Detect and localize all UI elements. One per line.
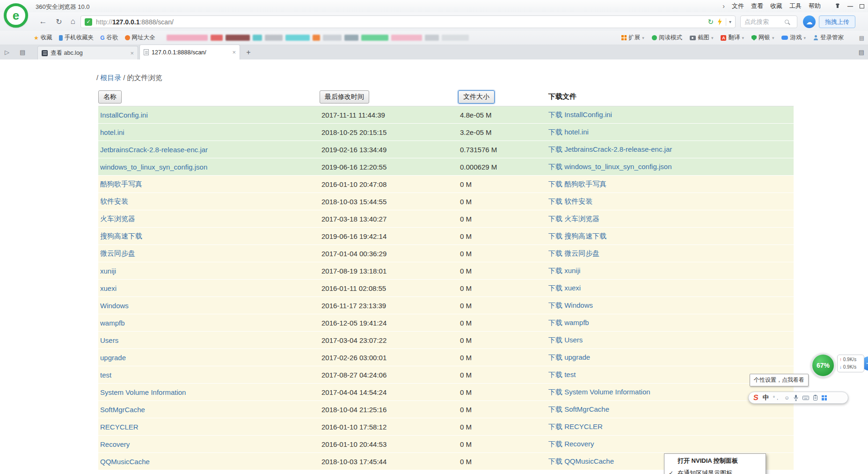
file-download-link[interactable]: 下载 Recovery bbox=[548, 440, 594, 448]
speed-ball[interactable]: 67% bbox=[811, 353, 835, 378]
cloud-icon[interactable]: ☁ bbox=[803, 15, 816, 28]
keyboard-icon[interactable] bbox=[802, 396, 809, 400]
tool-extensions[interactable]: 扩展 ▾ bbox=[621, 34, 644, 42]
file-name-link[interactable]: 软件安装 bbox=[100, 197, 128, 205]
file-download-link[interactable]: 下载 xuexi bbox=[548, 284, 581, 292]
close-tab-icon[interactable]: × bbox=[130, 50, 134, 57]
menu-file[interactable]: 文件 bbox=[732, 2, 744, 10]
menu-overflow-chevron-icon[interactable]: › bbox=[722, 2, 725, 10]
tool-reading-mode[interactable]: 阅读模式 bbox=[652, 34, 682, 42]
punctuation-mode-icon[interactable]: °， bbox=[773, 394, 780, 401]
file-download-link[interactable]: 下载 Windows bbox=[548, 301, 593, 309]
censored-favicon[interactable] bbox=[323, 35, 342, 41]
censored-favicon[interactable] bbox=[226, 35, 250, 41]
file-name-link[interactable]: wampfb bbox=[100, 319, 125, 327]
microphone-icon[interactable] bbox=[794, 395, 798, 401]
ime-language-mode[interactable]: 中 bbox=[763, 393, 769, 402]
lightning-icon[interactable] bbox=[717, 18, 722, 25]
censored-favicon[interactable] bbox=[253, 35, 262, 41]
file-download-link[interactable]: 下载 InstallConfig.ini bbox=[548, 111, 612, 118]
file-download-link[interactable]: 下载 upgrade bbox=[548, 353, 590, 361]
censored-favicon[interactable] bbox=[265, 35, 283, 41]
tool-login-manager[interactable]: 登录管家 bbox=[813, 34, 844, 42]
breadcrumb-root-link[interactable]: 根目录 bbox=[100, 74, 121, 81]
search-icon[interactable] bbox=[785, 20, 789, 24]
file-name-link[interactable]: hotel.ini bbox=[100, 128, 124, 136]
context-menu-item-open-nvidia[interactable]: 打开 NVIDIA 控制面板 bbox=[664, 455, 766, 467]
back-icon[interactable]: ← bbox=[37, 16, 49, 27]
file-name-link[interactable]: Windows bbox=[100, 302, 129, 310]
clipboard-icon[interactable] bbox=[813, 395, 817, 400]
url-dropdown-icon[interactable]: ▾ bbox=[729, 19, 731, 24]
search-box[interactable] bbox=[740, 15, 797, 28]
censored-favicon[interactable] bbox=[211, 35, 223, 41]
tool-translate[interactable]: A 翻译 ▾ bbox=[721, 34, 744, 42]
tab-scan-page[interactable]: 127.0.0.1:8888/scan/ × bbox=[139, 44, 240, 59]
tab-abc-log[interactable]: 查看 abc.log × bbox=[37, 46, 138, 59]
skin-icon[interactable] bbox=[834, 3, 841, 10]
file-name-link[interactable]: xuexi bbox=[100, 284, 117, 292]
file-name-link[interactable]: Recovery bbox=[100, 440, 130, 448]
close-tab-icon[interactable]: × bbox=[232, 49, 236, 56]
file-download-link[interactable]: 下载 System Volume Information bbox=[548, 388, 650, 396]
file-download-link[interactable]: 下载 火车浏览器 bbox=[548, 215, 599, 222]
reading-list-icon[interactable]: ▤ bbox=[20, 49, 25, 56]
tool-online-banking[interactable]: 网银 ▾ bbox=[751, 34, 774, 42]
site-safety-shield-icon[interactable]: ✓ bbox=[85, 18, 92, 26]
file-download-link[interactable]: 下载 微云同步盘 bbox=[548, 249, 599, 257]
maximize-button[interactable] bbox=[860, 4, 864, 8]
menu-tools[interactable]: 工具 bbox=[789, 2, 802, 10]
file-download-link[interactable]: 下载 搜狗高速下载 bbox=[548, 232, 606, 240]
refresh-icon[interactable]: ↻ bbox=[53, 16, 65, 27]
file-name-link[interactable]: 酷狗歌手写真 bbox=[100, 180, 142, 188]
menu-help[interactable]: 帮助 bbox=[809, 2, 821, 10]
file-download-link[interactable]: 下载 windows_to_linux_syn_config.json bbox=[548, 163, 671, 170]
file-download-link[interactable]: 下载 QQMusicCache bbox=[548, 457, 614, 465]
home-icon[interactable]: ⌂ bbox=[67, 16, 79, 27]
file-name-link[interactable]: test bbox=[100, 371, 111, 379]
menu-view[interactable]: 查看 bbox=[751, 2, 763, 10]
emoji-icon[interactable]: ☺ bbox=[784, 395, 789, 400]
tool-games[interactable]: 游戏 ▾ bbox=[781, 34, 806, 42]
file-name-link[interactable]: System Volume Information bbox=[100, 388, 186, 396]
file-name-link[interactable]: JetbrainsCrack-2.8-release-enc.jar bbox=[100, 146, 208, 154]
file-name-link[interactable]: RECYCLER bbox=[100, 423, 139, 431]
file-download-link[interactable]: 下载 酷狗歌手写真 bbox=[548, 180, 606, 188]
sogou-logo-icon[interactable]: S bbox=[753, 394, 759, 401]
file-download-link[interactable]: 下载 SoftMgrCache bbox=[548, 405, 609, 413]
censored-favicon[interactable] bbox=[361, 35, 388, 41]
file-name-link[interactable]: 火车浏览器 bbox=[100, 215, 135, 222]
file-name-link[interactable]: 搜狗高速下载 bbox=[100, 232, 142, 240]
sort-size-button[interactable]: 文件大小 bbox=[458, 90, 495, 104]
censored-favicon[interactable] bbox=[425, 35, 439, 41]
censored-favicon[interactable] bbox=[313, 35, 320, 41]
tool-screenshot[interactable]: 截图 ▾ bbox=[690, 34, 714, 42]
drag-upload-button[interactable]: 拖拽上传 bbox=[819, 15, 855, 28]
file-download-link[interactable]: 下载 hotel.ini bbox=[548, 128, 589, 136]
file-download-link[interactable]: 下载 test bbox=[548, 370, 576, 378]
sort-mtime-button[interactable]: 最后修改时间 bbox=[320, 90, 369, 104]
file-download-link[interactable]: 下载 JetbrainsCrack-2.8-release-enc.jar bbox=[548, 145, 672, 153]
bookmark-google[interactable]: G 谷歌 bbox=[100, 34, 118, 42]
censored-favicon[interactable] bbox=[344, 35, 358, 41]
censored-favicon[interactable] bbox=[285, 35, 310, 41]
censored-favicon[interactable] bbox=[167, 35, 208, 41]
search-input[interactable] bbox=[744, 18, 785, 25]
speed-mode-icon[interactable]: ↻ bbox=[708, 18, 714, 26]
file-download-link[interactable]: 下载 RECYCLER bbox=[548, 422, 603, 430]
file-name-link[interactable]: 微云同步盘 bbox=[100, 249, 135, 257]
tab-list-icon[interactable]: ▤ bbox=[859, 44, 864, 59]
bookmark-site-directory[interactable]: 网址大全 bbox=[125, 34, 155, 42]
bookmark-favorites[interactable]: ★ 收藏 bbox=[34, 34, 52, 42]
file-download-link[interactable]: 下载 xuniji bbox=[548, 267, 580, 274]
censored-favicon[interactable] bbox=[391, 35, 422, 41]
collapse-sidebar-icon[interactable]: ▷ bbox=[5, 49, 9, 56]
file-name-link[interactable]: Users bbox=[100, 336, 118, 344]
menu-favorites[interactable]: 收藏 bbox=[770, 2, 782, 10]
file-name-link[interactable]: windows_to_linux_syn_config.json bbox=[100, 163, 207, 171]
bookmark-mobile-favorites[interactable]: 手机收藏夹 bbox=[59, 34, 94, 42]
context-menu-item-tray-icon[interactable]: ✓ 在通知区域显示图标 bbox=[664, 467, 766, 474]
sort-name-button[interactable]: 名称 bbox=[98, 90, 122, 104]
file-download-link[interactable]: 下载 软件安装 bbox=[548, 197, 592, 205]
address-bar[interactable]: ✓ http://127.0.0.1:8888/scan/ ↻ ▾ bbox=[80, 15, 736, 28]
